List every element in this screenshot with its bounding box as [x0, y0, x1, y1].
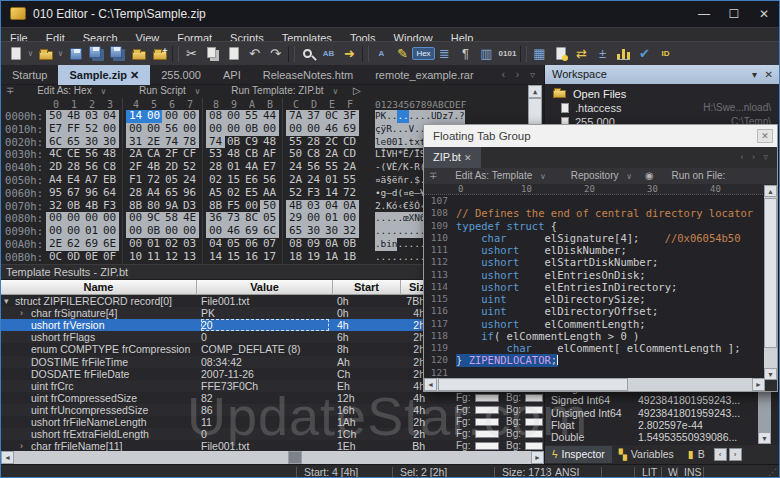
hex-mode-button[interactable]: Hex — [413, 43, 434, 64]
hex-byte[interactable]: 56 — [260, 174, 279, 187]
run-script-dropdown[interactable]: Run Script ∨ — [139, 85, 206, 96]
open-file-menu-caret[interactable]: ∨ — [56, 43, 65, 64]
fg-color-swatch[interactable] — [475, 406, 499, 414]
hex-byte[interactable]: F3 — [304, 187, 323, 200]
hex-byte[interactable]: FF — [64, 123, 83, 136]
tab-remote-example-rar[interactable]: remote_example.rar — [364, 65, 484, 85]
hex-byte[interactable]: 28 — [126, 187, 145, 200]
status-endian-toggle[interactable]: LIT — [642, 465, 657, 478]
code-line[interactable]: 114 ushort elEntriesInDirectory; — [424, 281, 777, 293]
column-mode-icon[interactable]: ▥ — [476, 43, 497, 64]
hex-byte[interactable]: 44 — [260, 110, 279, 123]
hex-byte[interactable]: 09 — [304, 238, 323, 251]
inspector-tab-variables[interactable]: ▚Variables — [612, 446, 681, 463]
font-icon[interactable]: A — [371, 43, 392, 64]
code-line[interactable]: 115 uint elDirectorySize; — [424, 293, 777, 305]
hex-byte[interactable]: 69 — [340, 123, 359, 136]
scroll-left-icon[interactable]: ◄ — [1, 451, 14, 464]
hex-byte[interactable]: A7 — [82, 174, 101, 187]
paste-icon[interactable] — [223, 43, 244, 64]
pin-icon[interactable]: ∓ — [429, 170, 437, 181]
convert-id-icon[interactable]: ID — [655, 43, 676, 64]
template-code-editor[interactable]: 107108// Defines the end of central dire… — [424, 195, 777, 379]
hex-byte[interactable]: 14 — [206, 251, 225, 264]
inspector-tab-inspector[interactable]: ϟInspector — [545, 446, 612, 463]
cut-icon[interactable]: ✂ — [181, 43, 202, 64]
hex-byte[interactable]: 00 — [260, 123, 279, 136]
column-header-name[interactable]: Name — [1, 280, 197, 295]
workspace-close-icon[interactable]: ✕ — [765, 65, 773, 84]
hex-byte[interactable]: 04 — [100, 110, 119, 123]
copy-icon[interactable] — [202, 43, 223, 64]
hex-byte[interactable]: 08 — [286, 238, 305, 251]
bg-color-swatch[interactable] — [525, 418, 543, 426]
status-insert-toggle[interactable]: INS — [684, 465, 702, 478]
code-line[interactable]: 112 ushort elStartDiskNumber; — [424, 256, 777, 268]
scrollbar-thumb[interactable] — [438, 378, 628, 391]
code-line[interactable]: 110 char elSignature[4]; //0x06054b50 — [424, 232, 777, 244]
hex-byte[interactable]: 0F — [100, 251, 119, 264]
hex-byte[interactable]: 02 — [224, 187, 243, 200]
hex-byte[interactable]: 00 — [100, 123, 119, 136]
hex-byte[interactable]: 02 — [206, 174, 225, 187]
tab-zip-bt[interactable]: ZIP.bt ✕ — [424, 147, 481, 168]
column-header-start[interactable]: Start — [333, 280, 401, 295]
minimize-button[interactable]: — — [689, 1, 719, 27]
floating-window-close-icon[interactable]: ✕ — [757, 129, 773, 143]
hex-byte[interactable]: E7 — [46, 123, 65, 136]
hex-byte[interactable]: 02 — [162, 238, 181, 251]
collapse-arrow-icon[interactable]: › — [20, 307, 23, 319]
hex-byte[interactable]: 14 — [126, 110, 145, 123]
hex-byte[interactable]: 96 — [180, 187, 199, 200]
scroll-down-icon[interactable]: ▼ — [764, 368, 777, 380]
hex-byte[interactable]: 24 — [304, 174, 323, 187]
hex-byte[interactable]: 2E — [46, 238, 65, 251]
tab-sample-zip[interactable]: Sample.zip ✕ — [58, 65, 150, 85]
find-icon[interactable] — [297, 43, 318, 64]
hex-byte[interactable]: 72 — [340, 187, 359, 200]
hex-byte[interactable]: 00 — [126, 123, 145, 136]
hex-byte[interactable]: 46 — [322, 123, 341, 136]
hex-byte[interactable]: 37 — [304, 110, 323, 123]
hex-byte[interactable]: E6 — [242, 174, 261, 187]
histogram-icon[interactable] — [613, 43, 634, 64]
hex-byte[interactable]: 0A — [322, 238, 341, 251]
hex-byte[interactable]: 7A — [286, 110, 305, 123]
hex-byte[interactable]: 08 — [206, 110, 225, 123]
hex-byte[interactable]: 00 — [206, 123, 225, 136]
hex-byte[interactable]: 15 — [224, 174, 243, 187]
hex-byte[interactable]: 00 — [144, 110, 163, 123]
status-encoding-toggle[interactable]: ANSI — [555, 465, 580, 478]
hex-byte[interactable]: 67 — [64, 187, 83, 200]
scrollbar-thumb[interactable] — [764, 198, 777, 348]
hex-byte[interactable]: 00 — [180, 110, 199, 123]
template-result-row[interactable]: uint frUncompressedSize8616h4hFg:Bg: — [1, 404, 544, 416]
code-line[interactable]: 113 ushort elEntriesOnDisk; — [424, 269, 777, 281]
bg-color-swatch[interactable] — [525, 442, 543, 450]
code-line[interactable]: 108// Defines the end of central directo… — [424, 207, 777, 219]
hex-byte[interactable]: A5 — [206, 187, 225, 200]
edit-as-dropdown[interactable]: Edit As: Hex ∨ — [37, 85, 112, 96]
run-template-play-icon[interactable]: ▷ — [353, 85, 361, 96]
hex-byte[interactable]: 18 — [286, 251, 305, 264]
run-template-dropdown[interactable]: Run Template: ZIP.bt ∨ — [231, 85, 344, 96]
hex-byte[interactable]: 00 — [162, 110, 181, 123]
hex-byte[interactable]: EB — [100, 174, 119, 187]
tab-nav-right-icon[interactable]: › — [729, 448, 742, 461]
workspace-group-open-files[interactable]: Open Files — [545, 87, 780, 101]
hex-byte[interactable]: 14 — [322, 187, 341, 200]
hex-byte[interactable]: 15 — [224, 251, 243, 264]
fg-color-swatch[interactable] — [475, 394, 499, 402]
hex-byte[interactable]: 96 — [82, 187, 101, 200]
hints-icon[interactable] — [550, 43, 571, 64]
tab-nav-left-icon[interactable]: ‹ — [714, 448, 727, 461]
scroll-right-icon[interactable]: ► — [531, 451, 544, 464]
hex-byte[interactable]: 00 — [180, 123, 199, 136]
code-line[interactable]: 111 ushort elDiskNumber; — [424, 244, 777, 256]
hex-byte[interactable]: 07 — [260, 238, 279, 251]
resize-grip[interactable]: ⋰ — [768, 467, 777, 477]
tab-releasenotes-htm[interactable]: ReleaseNotes.htm — [252, 65, 365, 85]
scroll-left-icon[interactable]: ◄ — [424, 378, 437, 391]
code-line[interactable]: 116 uint elDirectoryOffset; — [424, 305, 777, 317]
hex-byte[interactable]: AA — [260, 187, 279, 200]
